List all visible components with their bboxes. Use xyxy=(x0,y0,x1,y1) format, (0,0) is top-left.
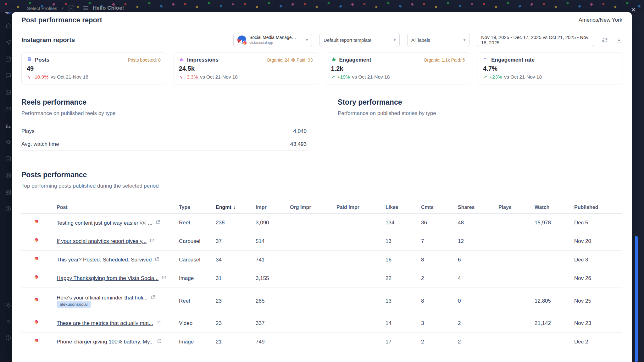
post-link[interactable]: Phone charger giving 100% battery. My... xyxy=(57,339,154,345)
cell-published: Dec 3 xyxy=(574,257,622,263)
stat-card-impressions: Impressions Organic: 24.4k Paid: 93 24.5… xyxy=(174,52,318,84)
cell-likes: 17 xyxy=(386,339,421,345)
story-performance-section: Story performance Performance on publish… xyxy=(338,98,622,151)
cell-cmts: 36 xyxy=(421,220,458,226)
download-icon[interactable] xyxy=(616,37,622,43)
external-link-icon[interactable] xyxy=(156,220,160,226)
stat-value: 1.2k xyxy=(331,65,465,72)
col-likes[interactable]: Likes xyxy=(386,205,421,210)
external-link-icon[interactable] xyxy=(155,257,159,263)
col-engmt[interactable]: Engmt↓ xyxy=(216,205,256,210)
stat-title: Engagement rate xyxy=(491,57,535,63)
cell-likes: 13 xyxy=(386,298,421,304)
cell-watch: 15,978 xyxy=(535,220,574,226)
section-title: Story performance xyxy=(338,98,622,107)
col-plays[interactable]: Plays xyxy=(498,205,535,210)
instagram-badge-icon xyxy=(242,41,247,45)
stat-change: +23% xyxy=(489,74,502,80)
cell-shares: 2 xyxy=(458,339,498,345)
refresh-icon[interactable] xyxy=(602,37,608,43)
metric-value: 4,040 xyxy=(293,128,307,134)
profile-handle: vistasocialapp xyxy=(249,41,299,45)
profile-select[interactable]: Social Media Management Too... vistasoci… xyxy=(233,33,312,47)
post-performance-report-modal: Post performance report America/New York… xyxy=(12,12,632,362)
template-select-value: Default report template xyxy=(324,37,372,43)
external-link-icon[interactable] xyxy=(151,295,155,301)
col-published[interactable]: Published xyxy=(574,205,622,210)
cell-published: Nov 25 xyxy=(574,298,622,304)
cell-impr: 741 xyxy=(256,257,290,263)
table-row: Testing content just got way easier 👀 ..… xyxy=(21,214,622,232)
instagram-badge-icon xyxy=(34,320,39,324)
cell-cmts: 2 xyxy=(421,275,458,282)
cell-published: Dec 5 xyxy=(574,220,622,226)
cell-engmt: 23 xyxy=(216,320,256,326)
cell-type: Video xyxy=(179,320,216,326)
instagram-badge-icon xyxy=(34,219,39,224)
col-post[interactable]: Post xyxy=(57,205,179,210)
external-link-icon[interactable] xyxy=(156,320,161,326)
stat-compare: vs Oct 21-Nov 18 xyxy=(51,74,88,80)
col-shares[interactable]: Shares xyxy=(458,205,498,210)
sort-desc-icon: ↓ xyxy=(233,205,236,210)
col-watch[interactable]: Watch xyxy=(535,205,574,210)
cell-type: Carousel xyxy=(179,238,216,244)
cell-cmts: 8 xyxy=(421,257,458,263)
chevron-down-icon: ▾ xyxy=(394,38,396,42)
cell-published: Nov 20 xyxy=(574,238,622,244)
cell-impr: 3,090 xyxy=(256,220,290,226)
cell-shares: 0 xyxy=(458,298,498,304)
external-link-icon[interactable] xyxy=(150,238,154,244)
report-toolbar: Instagram reports Social Media Managemen… xyxy=(12,28,632,47)
stat-change: -3.3% xyxy=(185,74,198,80)
post-link[interactable]: If your social analytics report gives y.… xyxy=(57,238,147,244)
instagram-badge-icon xyxy=(34,297,39,302)
metric-label: Avg. watch time xyxy=(21,141,59,147)
cell-impr: 285 xyxy=(256,298,290,304)
scrollbar-thumb[interactable] xyxy=(635,236,638,362)
cell-likes: 16 xyxy=(386,257,421,263)
posts-table-header: Post Type Engmt↓ Impr Org Impr Paid Impr… xyxy=(21,201,622,214)
post-link[interactable]: This year? Posted. Scheduled. Survived xyxy=(57,257,152,263)
table-row: Here's your official reminder that holi.… xyxy=(21,288,622,314)
cell-likes: 134 xyxy=(386,220,421,226)
stat-title: Posts xyxy=(35,57,49,63)
cell-watch: 21,142 xyxy=(535,320,574,326)
external-link-icon[interactable] xyxy=(157,339,162,345)
cell-engmt: 34 xyxy=(216,257,256,263)
modal-title: Post performance report xyxy=(21,16,102,24)
metric-value: 43,493 xyxy=(290,141,307,147)
metric-label: Plays xyxy=(21,128,35,134)
cell-shares: 6 xyxy=(458,257,498,263)
close-icon[interactable]: × xyxy=(631,6,636,14)
cell-type: Image xyxy=(179,275,216,282)
stat-card-engagement: Engagement Organic: 1.1k Paid: 5 1.2k ↗ … xyxy=(326,52,470,84)
date-range-button[interactable]: Nov 19, 2025 - Dec 17, 2025 vs Oct 21, 2… xyxy=(477,33,594,47)
post-link[interactable]: Here's your official reminder that holi.… xyxy=(57,295,147,301)
label-chip: alexusonsocial xyxy=(57,301,91,308)
profile-name: Social Media Management Too... xyxy=(249,35,299,40)
col-impr[interactable]: Impr xyxy=(256,205,290,210)
stat-secondary: Organic: 24.4k Paid: 93 xyxy=(267,58,313,63)
stats-row: Posts Posts boosted: 0 49 ↘ -10.9% vs Oc… xyxy=(12,47,632,84)
labels-select[interactable]: All labels ▾ xyxy=(407,33,469,47)
cell-cmts: 7 xyxy=(421,238,458,244)
table-row: This year? Posted. Scheduled. Survived C… xyxy=(21,251,622,269)
stat-change: -10.9% xyxy=(33,74,48,80)
report-template-select[interactable]: Default report template ▾ xyxy=(319,33,400,47)
section-subtitle: Top performing posts published during th… xyxy=(21,183,622,189)
section-subtitle: Performance on published stories by type xyxy=(338,110,622,117)
col-cmts[interactable]: Cmts xyxy=(421,205,458,210)
cell-engmt: 21 xyxy=(216,339,256,345)
post-link[interactable]: Testing content just got way easier 👀 ..… xyxy=(57,220,153,226)
section-title: Posts performance xyxy=(21,171,622,179)
external-link-icon[interactable] xyxy=(162,275,166,282)
col-paid-impr[interactable]: Paid Impr xyxy=(336,205,386,210)
cell-type: Image xyxy=(179,339,216,345)
col-org-impr[interactable]: Org Impr xyxy=(290,205,336,210)
col-type[interactable]: Type xyxy=(179,205,216,210)
engagement-thumbs-up-icon xyxy=(331,57,336,63)
post-link[interactable]: Happy Thanksgiving from the Vista Socia.… xyxy=(57,275,158,282)
chevron-down-icon: ▾ xyxy=(306,38,308,42)
post-link[interactable]: These are the metrics that actually mat.… xyxy=(57,320,153,326)
